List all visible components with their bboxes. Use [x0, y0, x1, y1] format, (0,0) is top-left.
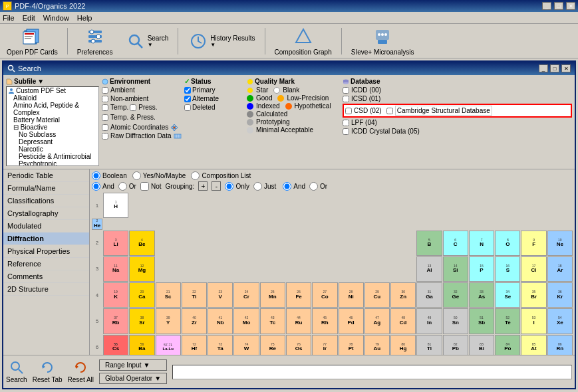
alternate-checkbox[interactable]: [184, 96, 191, 102]
element-Zn[interactable]: 30Zn: [390, 282, 416, 308]
global-operator-button[interactable]: Global Operator ▼: [99, 373, 167, 384]
element-Mn[interactable]: 25Mn: [260, 282, 285, 308]
primary-checkbox[interactable]: [184, 87, 191, 94]
search-close-btn[interactable]: ✕: [561, 64, 571, 72]
menu-window[interactable]: Window: [43, 14, 69, 22]
element-V[interactable]: 23V: [208, 282, 233, 308]
csd-checkbox[interactable]: [345, 108, 352, 114]
element-Po[interactable]: 84Po: [495, 335, 520, 355]
range-input-button[interactable]: Range Input ▼: [99, 359, 167, 371]
element-Ca[interactable]: 20Ca: [129, 282, 154, 308]
menu-help[interactable]: Help: [77, 14, 92, 22]
element-La-ref[interactable]: 57-71La-Lu: [156, 335, 181, 355]
subfile-amino-acid[interactable]: Amino Acid, Peptide & Complex: [7, 102, 98, 116]
element-He[interactable]: 2He: [92, 219, 102, 229]
element-Ti[interactable]: 22Ti: [182, 282, 207, 308]
subfile-battery[interactable]: Battery Material: [7, 116, 98, 124]
element-Au[interactable]: 79Au: [364, 335, 390, 355]
element-Ag[interactable]: 47Ag: [364, 308, 390, 334]
or-radio[interactable]: [118, 182, 127, 191]
element-Ru[interactable]: 44Ru: [286, 308, 311, 334]
element-In[interactable]: 49In: [416, 308, 442, 334]
element-Y[interactable]: 39Y: [156, 308, 181, 334]
cambridge-checkbox[interactable]: [386, 108, 393, 114]
element-Ta[interactable]: 73Ta: [208, 335, 233, 355]
element-P[interactable]: 15P: [469, 256, 494, 282]
composition-list-radio[interactable]: [191, 171, 200, 180]
element-Os[interactable]: 76Os: [286, 335, 311, 355]
history-dropdown-arrow[interactable]: ▼: [210, 42, 216, 48]
element-Pd[interactable]: 46Pd: [339, 308, 364, 334]
sidebar-classifications[interactable]: Classifications: [3, 195, 89, 207]
element-W[interactable]: 74W: [233, 335, 259, 355]
element-S[interactable]: 16S: [495, 256, 520, 282]
press-checkbox[interactable]: [130, 104, 136, 111]
element-Sr[interactable]: 38Sr: [129, 308, 154, 334]
element-Hg[interactable]: 80Hg: [390, 335, 416, 355]
element-Cr[interactable]: 24Cr: [233, 282, 259, 308]
history-results-button[interactable]: History Results ▼: [184, 29, 259, 53]
element-Zr[interactable]: 40Zr: [182, 308, 207, 334]
lpf-checkbox[interactable]: [343, 120, 349, 126]
menu-edit[interactable]: Edit: [23, 14, 35, 22]
element-Co[interactable]: 27Co: [312, 282, 337, 308]
subfile-list[interactable]: Custom PDF Set Alkaloid Amino Acid, Pept…: [6, 86, 99, 166]
yes-no-radio[interactable]: [132, 171, 141, 180]
not-checkbox[interactable]: [140, 182, 149, 191]
element-Ni[interactable]: 28Ni: [339, 282, 364, 308]
raw-diffraction-checkbox[interactable]: [102, 133, 108, 140]
subfile-custom-pdf[interactable]: Custom PDF Set: [7, 87, 98, 94]
element-Cd[interactable]: 48Cd: [390, 308, 416, 334]
search-button[interactable]: Search ▼: [121, 29, 173, 53]
element-Sn[interactable]: 50Sn: [443, 308, 468, 334]
atomic-coords-checkbox[interactable]: [102, 124, 108, 131]
temp-checkbox[interactable]: [102, 104, 108, 111]
element-Sb[interactable]: 51Sb: [469, 308, 494, 334]
sidebar-formula-name[interactable]: Formula/Name: [3, 182, 89, 195]
element-Al[interactable]: 13Al: [416, 256, 442, 282]
icdd-crystal-checkbox[interactable]: [343, 128, 349, 135]
element-Cu[interactable]: 29Cu: [364, 282, 390, 308]
element-Fe[interactable]: 26Fe: [286, 282, 311, 308]
titlebar-maximize[interactable]: □: [554, 2, 563, 10]
element-K[interactable]: 19K: [103, 282, 128, 308]
element-F[interactable]: 9F: [521, 231, 546, 256]
subfile-psychotropic[interactable]: Psychotropic: [7, 160, 98, 166]
ambient-checkbox[interactable]: [102, 87, 108, 94]
sieve-microanalysis-button[interactable]: SIeve+ Microanalysis: [347, 25, 418, 57]
element-Ar[interactable]: 18Ar: [547, 256, 573, 282]
and-radio[interactable]: [92, 182, 100, 191]
grouping-plus-btn[interactable]: +: [198, 181, 208, 191]
element-Ba[interactable]: 56Ba: [129, 335, 154, 355]
element-Sc[interactable]: 21Sc: [156, 282, 181, 308]
only-radio[interactable]: [225, 182, 233, 191]
element-Cl[interactable]: 17Cl: [521, 256, 546, 282]
icsd-checkbox[interactable]: [343, 96, 349, 102]
grouping-or-radio[interactable]: [309, 182, 318, 191]
element-H[interactable]: 1H: [103, 193, 128, 218]
element-Pb[interactable]: 82Pb: [443, 335, 468, 355]
element-Ga[interactable]: 31Ga: [416, 282, 442, 308]
element-I[interactable]: 53I: [521, 308, 546, 334]
reset-tab-button[interactable]: Reset Tab: [33, 360, 63, 383]
sidebar-periodic-table[interactable]: Periodic Table: [3, 169, 89, 182]
element-Ne[interactable]: 10Ne: [547, 231, 573, 256]
sidebar-reference[interactable]: Reference: [3, 258, 89, 270]
boolean-radio[interactable]: [92, 171, 100, 180]
element-Rb[interactable]: 37Rb: [103, 308, 128, 334]
element-Se[interactable]: 34Se: [495, 282, 520, 308]
sidebar-comments[interactable]: Comments: [3, 270, 89, 283]
titlebar-minimize[interactable]: _: [542, 2, 551, 10]
element-Be[interactable]: 4Be: [129, 231, 154, 256]
element-Ge[interactable]: 32Ge: [443, 282, 468, 308]
element-Si[interactable]: 14Si: [443, 256, 468, 282]
element-Na[interactable]: 11Na: [103, 256, 128, 282]
element-B[interactable]: 5B: [416, 231, 442, 256]
element-C[interactable]: 6C: [443, 231, 468, 256]
subfile-depressant[interactable]: Depressant: [7, 138, 98, 146]
open-pdf-cards-button[interactable]: Open PDF Cards: [3, 25, 62, 57]
icdd-checkbox[interactable]: [343, 87, 349, 94]
element-Te[interactable]: 52Te: [495, 308, 520, 334]
preferences-button[interactable]: Preferences: [73, 25, 117, 57]
subfile-pesticide[interactable]: Pesticide & Antimicrobial: [7, 153, 98, 160]
